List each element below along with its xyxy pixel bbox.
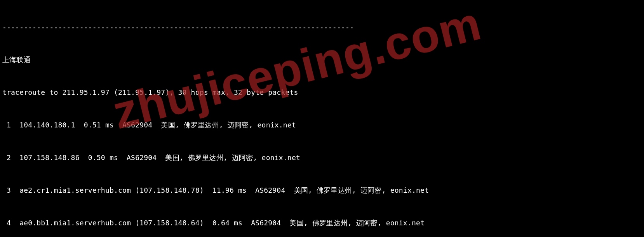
hop-line: 3 ae2.cr1.mia1.serverhub.com (107.158.14… [2, 185, 644, 196]
header-line: 上海联通 [2, 54, 644, 65]
hop-line: 2 107.158.148.86 0.50 ms AS62904 美国, 佛罗里… [2, 152, 644, 163]
traceroute-header: traceroute to 211.95.1.97 (211.95.1.97),… [2, 87, 644, 98]
terminal-output: ----------------------------------------… [0, 0, 644, 237]
divider-line: ----------------------------------------… [2, 22, 644, 33]
hop-line: 1 104.140.180.1 0.51 ms AS62904 美国, 佛罗里达… [2, 120, 644, 131]
hop-line: 4 ae0.bb1.mia1.serverhub.com (107.158.14… [2, 218, 644, 228]
